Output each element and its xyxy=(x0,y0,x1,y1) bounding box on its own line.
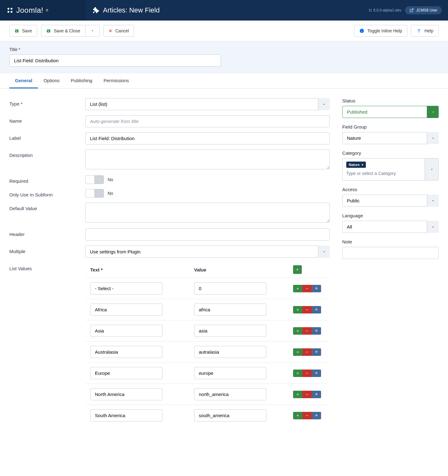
subform-toggle[interactable] xyxy=(85,189,104,198)
tag-remove-icon[interactable]: × xyxy=(362,163,363,167)
required-value: No xyxy=(108,177,113,182)
chevron-down-icon xyxy=(91,29,94,33)
plus-icon xyxy=(296,287,300,290)
list-text-input[interactable] xyxy=(90,367,162,379)
minus-icon xyxy=(305,414,309,417)
row-add-button[interactable] xyxy=(293,370,302,377)
toggle-inline-help-button[interactable]: Toggle Inline Help xyxy=(354,25,407,37)
joomla-small-icon xyxy=(368,8,372,12)
list-value-input[interactable] xyxy=(194,304,266,316)
external-link-icon xyxy=(409,8,414,12)
subform-value: No xyxy=(108,191,113,196)
status-select[interactable] xyxy=(342,106,439,118)
row-delete-button[interactable] xyxy=(302,370,312,377)
name-input[interactable] xyxy=(85,115,330,127)
row-actions xyxy=(293,327,321,335)
joomla-icon xyxy=(6,7,14,14)
tab-general[interactable]: General xyxy=(9,73,38,88)
svg-point-4 xyxy=(369,9,370,10)
row-move-button[interactable] xyxy=(312,370,321,377)
required-toggle[interactable] xyxy=(85,175,104,184)
row-add-button[interactable] xyxy=(293,412,302,419)
list-value-input[interactable] xyxy=(194,367,266,379)
tabs: General Options Publishing Permissions xyxy=(0,73,448,89)
tab-publishing[interactable]: Publishing xyxy=(65,73,98,88)
save-close-button[interactable]: Save & Close xyxy=(41,25,86,37)
row-delete-button[interactable] xyxy=(302,391,312,398)
list-text-input[interactable] xyxy=(90,304,162,316)
plus-icon xyxy=(296,268,299,271)
row-move-button[interactable] xyxy=(312,412,321,419)
row-add-button[interactable] xyxy=(293,327,302,335)
category-select[interactable]: Nature × Type or select a Category xyxy=(342,158,439,181)
type-select[interactable] xyxy=(85,98,330,110)
page-title-section: Articles: New Field xyxy=(86,6,362,14)
row-delete-button[interactable] xyxy=(302,348,312,356)
note-label: Note xyxy=(342,239,439,244)
save-icon xyxy=(15,29,19,33)
row-move-button[interactable] xyxy=(312,391,321,398)
help-button[interactable]: ? Help xyxy=(411,25,439,37)
default-value-textarea[interactable] xyxy=(85,203,330,223)
multiple-select[interactable] xyxy=(85,246,330,258)
header-field-label: Header xyxy=(9,229,85,237)
save-button[interactable]: Save xyxy=(9,25,37,37)
row-delete-button[interactable] xyxy=(302,285,312,292)
chevron-down-icon xyxy=(430,167,434,171)
list-row xyxy=(85,278,330,299)
row-move-button[interactable] xyxy=(312,348,321,356)
app-header: Joomla!® Articles: New Field 6.0.0-alpha… xyxy=(0,0,448,21)
move-icon xyxy=(315,414,318,417)
row-delete-button[interactable] xyxy=(302,412,312,419)
list-text-input[interactable] xyxy=(90,282,162,295)
toolbar: Save Save & Close ✕ Cancel Toggle Inline… xyxy=(0,21,448,41)
plus-icon xyxy=(296,371,300,375)
list-row xyxy=(85,384,330,405)
header-input[interactable] xyxy=(85,229,330,241)
row-move-button[interactable] xyxy=(312,285,321,292)
list-row xyxy=(85,341,330,362)
list-value-input[interactable] xyxy=(194,409,266,422)
description-textarea[interactable] xyxy=(85,149,330,169)
list-rows xyxy=(85,278,330,426)
row-delete-button[interactable] xyxy=(302,306,312,313)
user-badge[interactable]: JCMS6 User xyxy=(405,6,442,14)
language-select[interactable] xyxy=(342,221,439,233)
save-dropdown-button[interactable] xyxy=(86,25,100,37)
access-select[interactable] xyxy=(342,195,439,207)
list-text-input[interactable] xyxy=(90,346,162,358)
list-text-input[interactable] xyxy=(90,325,162,337)
row-add-button[interactable] xyxy=(293,391,302,398)
list-value-input[interactable] xyxy=(194,346,266,358)
row-move-button[interactable] xyxy=(312,327,321,335)
list-text-input[interactable] xyxy=(90,388,162,400)
help-icon: ? xyxy=(416,28,421,33)
label-input[interactable] xyxy=(85,132,330,144)
cancel-button[interactable]: ✕ Cancel xyxy=(103,25,134,37)
tab-options[interactable]: Options xyxy=(38,73,65,88)
list-value-input[interactable] xyxy=(194,325,266,337)
row-add-button[interactable] xyxy=(293,306,302,313)
list-row xyxy=(85,299,330,320)
minus-icon xyxy=(305,287,309,290)
list-value-input[interactable] xyxy=(194,282,266,295)
row-delete-button[interactable] xyxy=(302,327,312,335)
note-input[interactable] xyxy=(342,247,439,259)
plus-icon xyxy=(296,393,300,396)
tab-permissions[interactable]: Permissions xyxy=(98,73,135,88)
list-text-input[interactable] xyxy=(90,409,162,422)
minus-icon xyxy=(305,308,309,312)
title-label: Title * xyxy=(9,47,439,52)
svg-point-6 xyxy=(369,11,370,12)
row-move-button[interactable] xyxy=(312,306,321,313)
row-add-button[interactable] xyxy=(293,348,302,356)
list-value-input[interactable] xyxy=(194,388,266,400)
list-add-header-button[interactable] xyxy=(293,265,302,274)
move-icon xyxy=(315,308,318,312)
field-group-select[interactable] xyxy=(342,132,439,144)
title-input[interactable] xyxy=(9,54,221,67)
svg-point-0 xyxy=(7,8,9,10)
row-add-button[interactable] xyxy=(293,285,302,292)
row-actions xyxy=(293,306,321,313)
subform-label: Only Use In Subform xyxy=(9,189,85,197)
